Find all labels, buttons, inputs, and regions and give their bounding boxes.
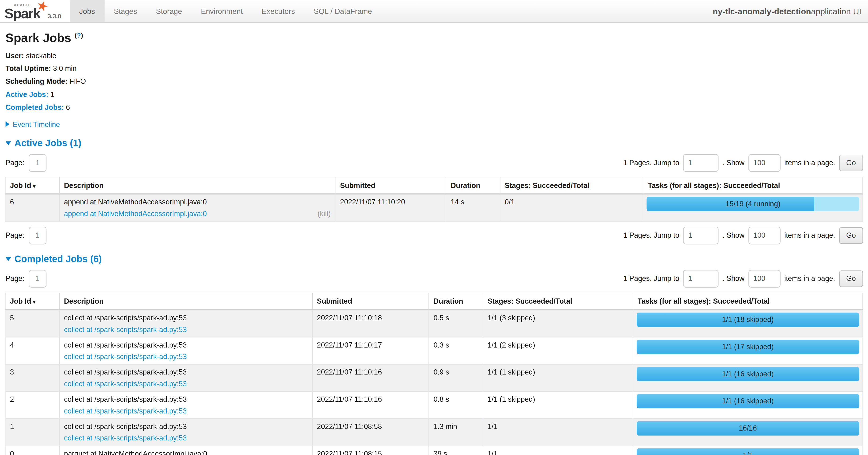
col-stages[interactable]: Stages: Succeeded/Total bbox=[483, 293, 633, 310]
collapse-arrow-down-icon bbox=[6, 257, 11, 261]
job-id-cell: 5 bbox=[5, 310, 59, 337]
summary-completed-jobs: Completed Jobs: 6 bbox=[6, 102, 863, 112]
progress-label: 15/19 (4 running) bbox=[647, 197, 859, 211]
go-button[interactable]: Go bbox=[839, 270, 863, 287]
help-link[interactable]: ? bbox=[77, 31, 81, 39]
tab-executors[interactable]: Executors bbox=[252, 0, 304, 22]
spark-jobs-page: APACHE Spark ★ 3.3.0 Jobs Stages Storage… bbox=[0, 0, 868, 455]
application-suffix: application UI bbox=[811, 6, 862, 16]
col-duration[interactable]: Duration bbox=[446, 177, 500, 194]
summary-scheduling-mode: Scheduling Mode: FIFO bbox=[6, 77, 863, 87]
items-per-page-input[interactable] bbox=[748, 270, 781, 288]
tasks-progress-bar: 1/1 (16 skipped) bbox=[637, 367, 859, 381]
job-description-text: collect at /spark-scripts/spark-ad.py:53 bbox=[64, 314, 308, 322]
job-description-link[interactable]: collect at /spark-scripts/spark-ad.py:53 bbox=[64, 434, 187, 442]
tab-stages[interactable]: Stages bbox=[104, 0, 147, 22]
job-description-text: parquet at NativeMethodAccessorImpl.java… bbox=[64, 449, 308, 455]
job-tasks-cell: 1/1 (17 skipped) bbox=[633, 337, 863, 364]
tasks-progress-bar: 15/19 (4 running) bbox=[647, 197, 859, 211]
tab-jobs[interactable]: Jobs bbox=[70, 0, 104, 22]
items-per-page-input[interactable] bbox=[748, 227, 781, 245]
kill-link[interactable]: (kill) bbox=[317, 209, 331, 218]
summary-uptime-value: 3.0 min bbox=[51, 64, 76, 73]
summary-sched-value: FIFO bbox=[67, 77, 86, 85]
col-description[interactable]: Description bbox=[59, 177, 335, 194]
summary-completed-value: 6 bbox=[64, 103, 70, 111]
job-tasks-cell: 1/1 (18 skipped) bbox=[633, 310, 863, 337]
tab-storage[interactable]: Storage bbox=[147, 0, 191, 22]
job-stages-cell: 1/1 bbox=[483, 446, 633, 455]
table-header-row: Job Id▾ Description Submitted Duration S… bbox=[5, 177, 863, 194]
job-summary-list: User: stackable Total Uptime: 3.0 min Sc… bbox=[6, 51, 863, 112]
col-job-id[interactable]: Job Id▾ bbox=[5, 177, 59, 194]
col-submitted[interactable]: Submitted bbox=[335, 177, 446, 194]
summary-user-label: User: bbox=[6, 52, 24, 60]
tasks-progress-bar: 1/1 (17 skipped) bbox=[637, 340, 859, 354]
help-paren-close: ) bbox=[81, 31, 83, 39]
page-label: Page: bbox=[6, 159, 24, 167]
items-per-page-input[interactable] bbox=[748, 154, 781, 172]
go-button[interactable]: Go bbox=[839, 227, 863, 244]
tasks-progress-bar: 1/1 bbox=[637, 448, 859, 455]
job-id-cell: 3 bbox=[5, 364, 59, 392]
job-description-link[interactable]: collect at /spark-scripts/spark-ad.py:53 bbox=[64, 407, 187, 415]
table-row: 3 collect at /spark-scripts/spark-ad.py:… bbox=[5, 364, 863, 392]
job-tasks-cell: 15/19 (4 running) bbox=[643, 194, 863, 221]
job-duration-cell: 0.8 s bbox=[429, 391, 483, 419]
tab-environment[interactable]: Environment bbox=[191, 0, 252, 22]
col-description[interactable]: Description bbox=[59, 293, 312, 310]
job-submitted-cell: 2022/11/07 11:08:58 bbox=[312, 419, 429, 446]
job-description-link[interactable]: collect at /spark-scripts/spark-ad.py:53 bbox=[64, 352, 187, 361]
table-row: 0 parquet at NativeMethodAccessorImpl.ja… bbox=[5, 446, 863, 455]
jump-to-page-input[interactable] bbox=[683, 270, 719, 288]
job-stages-cell: 0/1 bbox=[500, 194, 643, 221]
job-description-link[interactable]: collect at /spark-scripts/spark-ad.py:53 bbox=[64, 325, 187, 334]
job-description-link[interactable]: collect at /spark-scripts/spark-ad.py:53 bbox=[64, 380, 187, 388]
active-jobs-pagination-top: Page: 1 Pages. Jump to . Show items in a… bbox=[6, 154, 863, 172]
page-number-input[interactable] bbox=[29, 227, 46, 245]
job-description-text: collect at /spark-scripts/spark-ad.py:53 bbox=[64, 422, 308, 430]
page-number-input[interactable] bbox=[29, 154, 46, 172]
job-description-link[interactable]: append at NativeMethodAccessorImpl.java:… bbox=[64, 209, 207, 218]
summary-uptime: Total Uptime: 3.0 min bbox=[6, 64, 863, 74]
application-name: ny-tlc-anomaly-detection bbox=[713, 6, 811, 16]
progress-label: 16/16 bbox=[637, 421, 859, 435]
show-text: . Show bbox=[722, 159, 744, 167]
job-submitted-cell: 2022/11/07 11:10:18 bbox=[312, 310, 429, 337]
col-job-id[interactable]: Job Id▾ bbox=[5, 293, 59, 310]
completed-jobs-link[interactable]: Completed Jobs: bbox=[6, 103, 64, 111]
job-duration-cell: 1.3 min bbox=[429, 419, 483, 446]
job-description-text: append at NativeMethodAccessorImpl.java:… bbox=[64, 198, 331, 206]
completed-jobs-heading-text: Completed Jobs (6) bbox=[14, 254, 102, 265]
completed-jobs-heading[interactable]: Completed Jobs (6) bbox=[6, 254, 863, 265]
active-jobs-link[interactable]: Active Jobs: bbox=[6, 90, 49, 98]
tasks-progress-bar: 1/1 (18 skipped) bbox=[637, 313, 859, 327]
go-button[interactable]: Go bbox=[839, 154, 863, 171]
sort-desc-icon: ▾ bbox=[33, 299, 36, 305]
job-submitted-cell: 2022/11/07 11:10:17 bbox=[312, 337, 429, 364]
job-description-cell: parquet at NativeMethodAccessorImpl.java… bbox=[59, 446, 312, 455]
job-duration-cell: 39 s bbox=[429, 446, 483, 455]
job-description-cell: collect at /spark-scripts/spark-ad.py:53… bbox=[59, 391, 312, 419]
page-number-input[interactable] bbox=[29, 270, 46, 288]
event-timeline-toggle[interactable]: Event Timeline bbox=[6, 120, 863, 129]
col-stages[interactable]: Stages: Succeeded/Total bbox=[500, 177, 643, 194]
jump-to-page-input[interactable] bbox=[683, 227, 719, 245]
items-in-page-text: items in a page. bbox=[784, 275, 835, 283]
col-submitted[interactable]: Submitted bbox=[312, 293, 429, 310]
col-duration[interactable]: Duration bbox=[429, 293, 483, 310]
jump-to-page-input[interactable] bbox=[683, 154, 719, 172]
progress-label: 1/1 (17 skipped) bbox=[637, 340, 859, 354]
spark-logo[interactable]: APACHE Spark ★ 3.3.0 bbox=[0, 0, 70, 22]
col-tasks[interactable]: Tasks (for all stages): Succeeded/Total bbox=[643, 177, 863, 194]
active-jobs-heading[interactable]: Active Jobs (1) bbox=[6, 138, 863, 149]
active-jobs-table: Job Id▾ Description Submitted Duration S… bbox=[5, 177, 863, 222]
sort-desc-icon: ▾ bbox=[33, 183, 36, 189]
job-id-cell: 1 bbox=[5, 419, 59, 446]
summary-uptime-label: Total Uptime: bbox=[6, 64, 51, 73]
col-tasks[interactable]: Tasks (for all stages): Succeeded/Total bbox=[633, 293, 863, 310]
page-label: Page: bbox=[6, 275, 24, 283]
show-text: . Show bbox=[722, 231, 744, 239]
job-description-cell: collect at /spark-scripts/spark-ad.py:53… bbox=[59, 419, 312, 446]
tab-sql-dataframe[interactable]: SQL / DataFrame bbox=[304, 0, 381, 22]
